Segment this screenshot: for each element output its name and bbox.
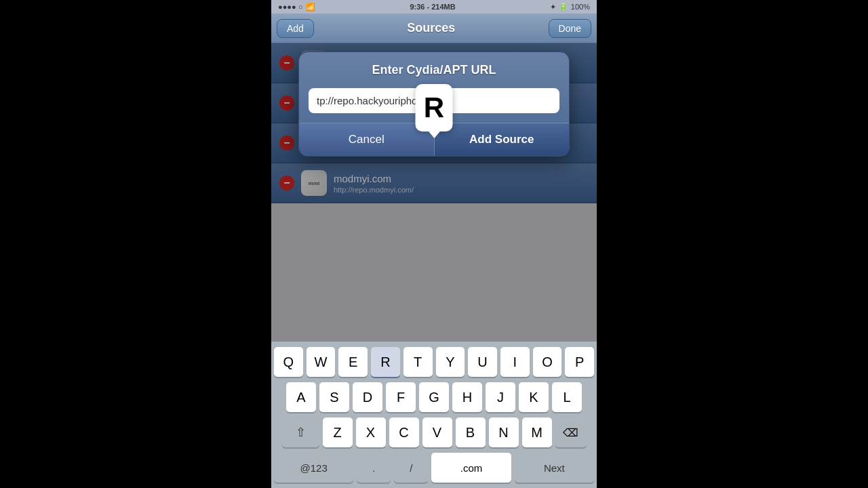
key-x[interactable]: X: [356, 418, 386, 447]
battery-percent: 100%: [571, 3, 590, 11]
key-h[interactable]: H: [452, 382, 482, 412]
signal-strength: ●●●● ○: [278, 3, 302, 11]
key-a[interactable]: A: [286, 382, 316, 412]
key-l[interactable]: L: [552, 382, 582, 412]
key-d[interactable]: D: [353, 382, 382, 412]
cancel-button[interactable]: Cancel: [299, 123, 435, 156]
dotcom-key[interactable]: .com: [431, 453, 511, 483]
status-bar: ●●●● ○ 📶 9:36 - 214MB ✦ 🔋 100%: [271, 0, 597, 14]
done-button[interactable]: Done: [549, 19, 591, 38]
key-y[interactable]: Y: [436, 347, 465, 377]
add-source-button[interactable]: Add Source: [435, 123, 570, 156]
key-t[interactable]: T: [403, 347, 433, 377]
key-popup: R: [416, 84, 453, 131]
keyboard-row-2: A S D F G H J K L: [274, 382, 594, 412]
delete-key[interactable]: ⌫: [555, 418, 587, 447]
key-popup-letter: R: [424, 92, 444, 124]
bluetooth-icon: ✦: [550, 3, 556, 12]
key-e[interactable]: E: [338, 347, 368, 377]
keyboard-bottom-row: @123 . / .com Next: [274, 453, 594, 483]
key-u[interactable]: U: [468, 347, 497, 377]
shift-key[interactable]: ⇧: [282, 418, 319, 447]
status-time: 9:36 - 214MB: [410, 3, 455, 11]
dot-key[interactable]: .: [357, 453, 391, 483]
add-button[interactable]: Add: [277, 19, 314, 38]
key-m[interactable]: M: [522, 418, 552, 447]
numbers-key[interactable]: @123: [274, 453, 353, 483]
nav-title: Sources: [407, 21, 455, 35]
nav-bar: Add Sources Done: [271, 14, 597, 43]
keyboard-row-3: ⇧ Z X C V B N M ⌫: [274, 418, 594, 447]
key-c[interactable]: C: [389, 418, 419, 447]
key-g[interactable]: G: [419, 382, 449, 412]
key-s[interactable]: S: [319, 382, 349, 412]
key-f[interactable]: F: [386, 382, 416, 412]
battery-icon: 🔋: [559, 3, 568, 12]
key-popup-bubble: R: [416, 84, 453, 131]
key-w[interactable]: W: [307, 347, 336, 377]
keyboard: Q W E R T Y U I O P A S D F G H J K L ⇧ …: [271, 342, 597, 488]
key-k[interactable]: K: [519, 382, 549, 412]
key-j[interactable]: J: [486, 382, 515, 412]
key-z[interactable]: Z: [323, 418, 353, 447]
content-area: − BB BigBoss https://apt.thebigboss.org/…: [271, 43, 597, 342]
slash-key[interactable]: /: [394, 453, 428, 483]
key-r[interactable]: R: [371, 347, 400, 377]
key-i[interactable]: I: [500, 347, 530, 377]
key-p[interactable]: P: [565, 347, 594, 377]
key-n[interactable]: N: [489, 418, 519, 447]
keyboard-row-1: Q W E R T Y U I O P: [274, 347, 594, 377]
dialog-title: Enter Cydia/APT URL: [299, 52, 569, 83]
key-q[interactable]: Q: [274, 347, 303, 377]
wifi-icon: 📶: [306, 3, 315, 12]
key-o[interactable]: O: [533, 347, 562, 377]
status-right: ✦ 🔋 100%: [550, 3, 590, 12]
status-left: ●●●● ○ 📶: [278, 3, 315, 12]
key-v[interactable]: V: [422, 418, 452, 447]
key-b[interactable]: B: [456, 418, 486, 447]
next-key[interactable]: Next: [515, 453, 594, 483]
phone-screen: ●●●● ○ 📶 9:36 - 214MB ✦ 🔋 100% Add Sourc…: [271, 0, 597, 488]
